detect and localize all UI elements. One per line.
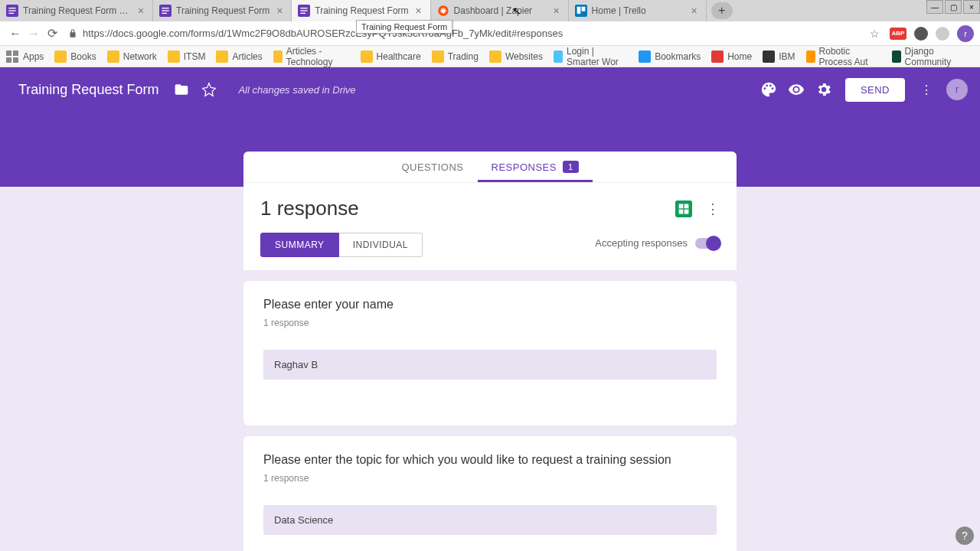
browser-tab-2[interactable]: Training Request Form × xyxy=(292,0,430,21)
individual-toggle[interactable]: INDIVIDUAL xyxy=(339,233,423,257)
question-title: Please enter the topic for which you wou… xyxy=(263,453,717,467)
answer-value: Data Science xyxy=(263,505,717,535)
folder-icon xyxy=(273,51,283,63)
bookmark-login[interactable]: Login | Smarter Wor xyxy=(554,46,628,67)
form-title[interactable]: Training Request Form xyxy=(18,82,158,98)
minimize-button[interactable]: — xyxy=(926,0,943,14)
bookmark-articles-tech[interactable]: Articles - Technology xyxy=(273,46,350,67)
forms-icon xyxy=(298,5,310,17)
accepting-toggle[interactable] xyxy=(695,238,720,249)
lock-icon xyxy=(67,28,78,39)
question-card-0: Please enter your name 1 response Raghav… xyxy=(243,281,737,425)
question-response-count: 1 response xyxy=(263,318,717,328)
page-icon xyxy=(554,51,563,63)
star-bookmark-icon[interactable]: ☆ xyxy=(867,26,882,41)
browser-tab-1[interactable]: Training Request Form × xyxy=(153,0,292,21)
page-icon xyxy=(711,51,724,63)
settings-icon[interactable] xyxy=(815,80,833,99)
close-icon[interactable]: × xyxy=(413,5,424,16)
tab-title: Training Request Form - Google xyxy=(23,5,131,16)
svg-rect-10 xyxy=(301,10,308,11)
send-button[interactable]: SEND xyxy=(845,78,905,102)
folder-icon xyxy=(216,51,228,63)
forms-icon xyxy=(159,5,172,17)
bookmark-django[interactable]: Django Community xyxy=(892,46,963,67)
browser-tab-3[interactable]: Dashboard | Zapier × xyxy=(431,0,569,21)
url-text: https://docs.google.com/forms/d/1Wmc2F9O… xyxy=(83,28,563,39)
svg-rect-1 xyxy=(8,8,15,8)
bookmark-bookmarks[interactable]: Bookmarks xyxy=(639,51,701,63)
responses-summary-card: 1 response ⋮ SUMMARY INDIVIDUAL Acceptin… xyxy=(243,182,737,270)
answer-value: Raghav B xyxy=(263,350,717,380)
apps-button[interactable]: Apps xyxy=(6,51,44,63)
bookmark-trading[interactable]: Trading xyxy=(432,51,479,63)
abp-extension-icon[interactable]: ABP xyxy=(890,28,906,40)
folder-icon xyxy=(489,51,501,63)
svg-rect-15 xyxy=(581,7,585,11)
main-content: QUESTIONS RESPONSES 1 1 response ⋮ SUMMA… xyxy=(243,152,737,551)
back-button[interactable]: ← xyxy=(6,24,24,43)
browser-tab-strip: Training Request Form - Google × Trainin… xyxy=(0,0,980,21)
new-tab-button[interactable]: + xyxy=(711,2,733,19)
page-icon xyxy=(892,51,901,63)
forward-button[interactable]: → xyxy=(24,24,43,43)
svg-rect-3 xyxy=(8,13,14,14)
svg-rect-14 xyxy=(577,7,580,14)
close-icon[interactable]: × xyxy=(551,5,562,16)
help-button[interactable]: ? xyxy=(956,527,974,545)
bookmark-books[interactable]: Books xyxy=(54,51,96,63)
bookmark-itsm[interactable]: ITSM xyxy=(168,51,206,63)
svg-rect-9 xyxy=(301,8,308,8)
close-icon[interactable]: × xyxy=(274,5,285,16)
star-icon[interactable] xyxy=(200,80,218,99)
profile-avatar[interactable]: r xyxy=(957,25,974,42)
window-controls: — ▢ × xyxy=(925,0,980,14)
svg-rect-11 xyxy=(301,13,306,14)
bookmark-articles[interactable]: Articles xyxy=(216,51,262,63)
svg-rect-13 xyxy=(575,5,587,17)
more-options-icon[interactable]: ⋮ xyxy=(706,201,720,217)
browser-tab-0[interactable]: Training Request Form - Google × xyxy=(0,0,153,21)
bookmark-network[interactable]: Network xyxy=(107,51,157,63)
bookmark-home[interactable]: Home xyxy=(711,51,752,63)
user-avatar[interactable]: r xyxy=(946,79,968,100)
tab-title: Home | Trello xyxy=(592,5,684,16)
summary-toggle[interactable]: SUMMARY xyxy=(260,233,339,257)
folder-icon[interactable] xyxy=(172,80,191,99)
forms-icon xyxy=(6,5,18,17)
bookmarks-bar: Apps Books Network ITSM Articles Article… xyxy=(0,46,980,67)
bookmark-rpa[interactable]: Robotic Process Aut xyxy=(806,46,881,67)
form-tabs: QUESTIONS RESPONSES 1 xyxy=(243,152,737,182)
close-icon[interactable]: × xyxy=(689,5,700,16)
folder-icon xyxy=(54,51,67,63)
tab-questions[interactable]: QUESTIONS xyxy=(387,152,477,182)
more-menu-icon[interactable]: ⋮ xyxy=(917,80,936,99)
bookmark-websites[interactable]: Websites xyxy=(489,51,543,63)
sheets-icon[interactable] xyxy=(675,201,692,217)
folder-icon xyxy=(107,51,119,63)
question-card-1: Please enter the topic for which you wou… xyxy=(243,436,737,551)
url-input[interactable]: https://docs.google.com/forms/d/1Wmc2F9O… xyxy=(67,24,861,43)
responses-badge: 1 xyxy=(563,161,579,173)
svg-rect-5 xyxy=(162,8,168,8)
question-title: Please enter your name xyxy=(263,298,717,311)
palette-icon[interactable] xyxy=(760,80,778,99)
bookmark-ibm[interactable]: IBM xyxy=(763,51,795,63)
extension-icon-2[interactable] xyxy=(936,27,949,41)
page-icon xyxy=(806,51,815,63)
reload-button[interactable]: ⟳ xyxy=(43,24,61,43)
browser-tab-4[interactable]: Home | Trello × xyxy=(569,0,707,21)
tab-responses[interactable]: RESPONSES 1 xyxy=(478,152,593,182)
preview-icon[interactable] xyxy=(787,80,805,99)
apps-grid-icon xyxy=(6,51,18,63)
question-response-count: 1 response xyxy=(263,473,717,484)
maximize-button[interactable]: ▢ xyxy=(945,0,962,14)
extension-icon-1[interactable] xyxy=(914,27,928,41)
bookmark-healthcare[interactable]: Healthcare xyxy=(361,51,421,63)
trello-icon xyxy=(575,5,587,17)
close-window-button[interactable]: × xyxy=(963,0,980,14)
folder-icon xyxy=(361,51,373,63)
svg-rect-2 xyxy=(8,10,15,11)
close-icon[interactable]: × xyxy=(136,5,146,16)
folder-icon xyxy=(168,51,180,63)
